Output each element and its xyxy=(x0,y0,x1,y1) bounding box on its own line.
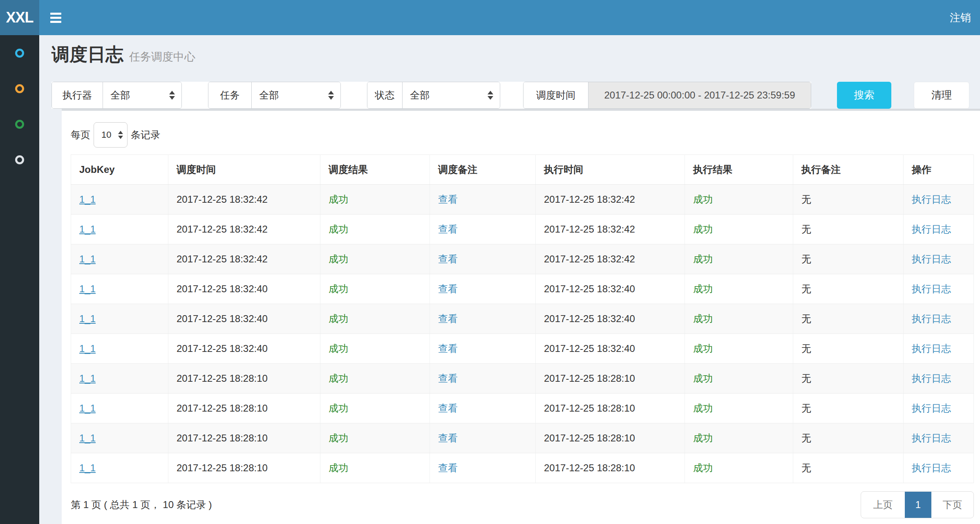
trigger-msg-link[interactable]: 查看 xyxy=(438,194,458,205)
page-size-row: 每页 10 条记录 xyxy=(71,122,974,148)
table-row: 1_12017-12-25 18:28:10成功查看2017-12-25 18:… xyxy=(71,423,974,453)
handle-time-value: 2017-12-25 18:28:10 xyxy=(544,462,635,473)
trigger-msg-link[interactable]: 查看 xyxy=(438,432,458,443)
status-filter-label: 状态 xyxy=(367,82,403,108)
trigger-msg-link[interactable]: 查看 xyxy=(438,253,458,264)
trigger-msg-link[interactable]: 查看 xyxy=(438,224,458,235)
log-panel: 每页 10 条记录 JobKey 调度时间 调度结果 调度备注 执行时间 执行结… xyxy=(62,109,980,524)
next-page-button[interactable]: 下页 xyxy=(931,492,973,518)
execution-log-link[interactable]: 执行日志 xyxy=(912,373,951,384)
table-row: 1_12017-12-25 18:32:40成功查看2017-12-25 18:… xyxy=(71,274,974,304)
trigger-result-value: 成功 xyxy=(329,462,348,473)
execution-log-link[interactable]: 执行日志 xyxy=(912,462,951,473)
page-size-select[interactable]: 10 xyxy=(94,122,128,148)
execution-log-link[interactable]: 执行日志 xyxy=(912,313,951,324)
column-header-handle-time: 执行时间 xyxy=(536,155,685,184)
page-size-value: 10 xyxy=(101,130,111,140)
handle-msg-value: 无 xyxy=(801,283,811,294)
column-header-action: 操作 xyxy=(904,155,974,184)
execution-log-link[interactable]: 执行日志 xyxy=(912,253,951,264)
trigger-msg-link[interactable]: 查看 xyxy=(438,373,458,384)
trigger-time-value: 2017-12-25 18:28:10 xyxy=(177,403,268,414)
handle-result-value: 成功 xyxy=(693,373,713,384)
trigger-result-value: 成功 xyxy=(329,403,348,414)
handle-result-value: 成功 xyxy=(693,343,713,354)
main-content: 调度日志任务调度中心 执行器 全部 任务 全部 状态 xyxy=(39,35,980,524)
trigger-result-value: 成功 xyxy=(329,283,348,294)
job-select[interactable]: 全部 xyxy=(252,82,340,108)
handle-msg-value: 无 xyxy=(801,432,811,443)
circle-icon xyxy=(15,120,24,129)
handle-msg-value: 无 xyxy=(801,253,811,264)
clean-button[interactable]: 清理 xyxy=(914,82,969,109)
table-row: 1_12017-12-25 18:28:10成功查看2017-12-25 18:… xyxy=(71,363,974,393)
job-key-link[interactable]: 1_1 xyxy=(79,403,96,414)
sidebar-nav xyxy=(0,35,39,524)
handle-time-value: 2017-12-25 18:28:10 xyxy=(544,373,635,384)
trigger-msg-link[interactable]: 查看 xyxy=(438,313,458,324)
trigger-msg-link[interactable]: 查看 xyxy=(438,462,458,473)
status-select[interactable]: 全部 xyxy=(403,82,500,108)
executor-select[interactable]: 全部 xyxy=(103,82,181,108)
page-subtitle: 任务调度中心 xyxy=(129,51,195,63)
job-key-link[interactable]: 1_1 xyxy=(79,432,96,443)
job-key-link[interactable]: 1_1 xyxy=(79,194,96,205)
handle-msg-value: 无 xyxy=(801,373,811,384)
trigger-time-value: 2017-12-25 18:32:42 xyxy=(177,224,268,235)
handle-msg-value: 无 xyxy=(801,403,811,414)
search-button[interactable]: 搜索 xyxy=(837,82,891,109)
job-key-link[interactable]: 1_1 xyxy=(79,253,96,264)
sidebar-item-joblog[interactable] xyxy=(0,106,39,142)
execution-log-link[interactable]: 执行日志 xyxy=(912,432,951,443)
handle-result-value: 成功 xyxy=(693,432,713,443)
sidebar-item-dashboard[interactable] xyxy=(0,35,39,71)
executor-filter-label: 执行器 xyxy=(52,82,103,108)
handle-time-value: 2017-12-25 18:32:40 xyxy=(544,283,635,294)
table-row: 1_12017-12-25 18:32:40成功查看2017-12-25 18:… xyxy=(71,304,974,334)
job-key-link[interactable]: 1_1 xyxy=(79,462,96,473)
execution-log-link[interactable]: 执行日志 xyxy=(912,283,951,294)
column-header-jobkey: JobKey xyxy=(71,155,168,184)
column-header-trigger-time: 调度时间 xyxy=(168,155,320,184)
executor-filter-group: 执行器 全部 xyxy=(51,82,182,109)
execution-log-link[interactable]: 执行日志 xyxy=(912,343,951,354)
job-key-link[interactable]: 1_1 xyxy=(79,283,96,294)
execution-log-link[interactable]: 执行日志 xyxy=(912,403,951,414)
job-filter-label: 任务 xyxy=(208,82,252,108)
trigger-msg-link[interactable]: 查看 xyxy=(438,403,458,414)
job-key-link[interactable]: 1_1 xyxy=(79,343,96,354)
trigger-result-value: 成功 xyxy=(329,253,348,264)
trigger-msg-link[interactable]: 查看 xyxy=(438,343,458,354)
job-key-link[interactable]: 1_1 xyxy=(79,373,96,384)
handle-result-value: 成功 xyxy=(693,283,713,294)
filter-strip: 执行器 全部 任务 全部 状态 全部 xyxy=(51,82,811,109)
sidebar-item-jobgroup[interactable] xyxy=(0,142,39,177)
job-key-link[interactable]: 1_1 xyxy=(79,313,96,324)
execution-log-link[interactable]: 执行日志 xyxy=(912,224,951,235)
handle-time-value: 2017-12-25 18:32:40 xyxy=(544,313,635,324)
execution-log-link[interactable]: 执行日志 xyxy=(912,194,951,205)
table-row: 1_12017-12-25 18:32:42成功查看2017-12-25 18:… xyxy=(71,214,974,244)
sidebar-item-jobinfo[interactable] xyxy=(0,71,39,106)
job-key-link[interactable]: 1_1 xyxy=(79,224,96,235)
sidebar-toggle-button[interactable] xyxy=(39,0,72,35)
current-page-button[interactable]: 1 xyxy=(905,492,931,518)
logout-link[interactable]: 注销 xyxy=(941,0,980,35)
select-arrows-icon xyxy=(169,91,175,100)
trigger-msg-link[interactable]: 查看 xyxy=(438,283,458,294)
select-arrows-icon xyxy=(328,91,334,100)
pagination-control: 上页 1 下页 xyxy=(861,491,974,518)
column-header-handle-msg: 执行备注 xyxy=(793,155,904,184)
trigger-result-value: 成功 xyxy=(329,432,348,443)
table-row: 1_12017-12-25 18:28:10成功查看2017-12-25 18:… xyxy=(71,393,974,423)
page-title-text: 调度日志 xyxy=(51,44,123,64)
prev-page-button[interactable]: 上页 xyxy=(861,492,905,518)
table-header-row: JobKey 调度时间 调度结果 调度备注 执行时间 执行结果 执行备注 操作 xyxy=(71,155,974,184)
select-arrows-icon xyxy=(118,131,123,139)
trigger-time-range-input[interactable]: 2017-12-25 00:00:00 - 2017-12-25 23:59:5… xyxy=(588,82,811,108)
handle-result-value: 成功 xyxy=(693,224,713,235)
handle-time-value: 2017-12-25 18:32:42 xyxy=(544,253,635,264)
handle-time-value: 2017-12-25 18:28:10 xyxy=(544,403,635,414)
handle-time-value: 2017-12-25 18:28:10 xyxy=(544,432,635,443)
trigger-time-value: 2017-12-25 18:32:40 xyxy=(177,313,268,324)
